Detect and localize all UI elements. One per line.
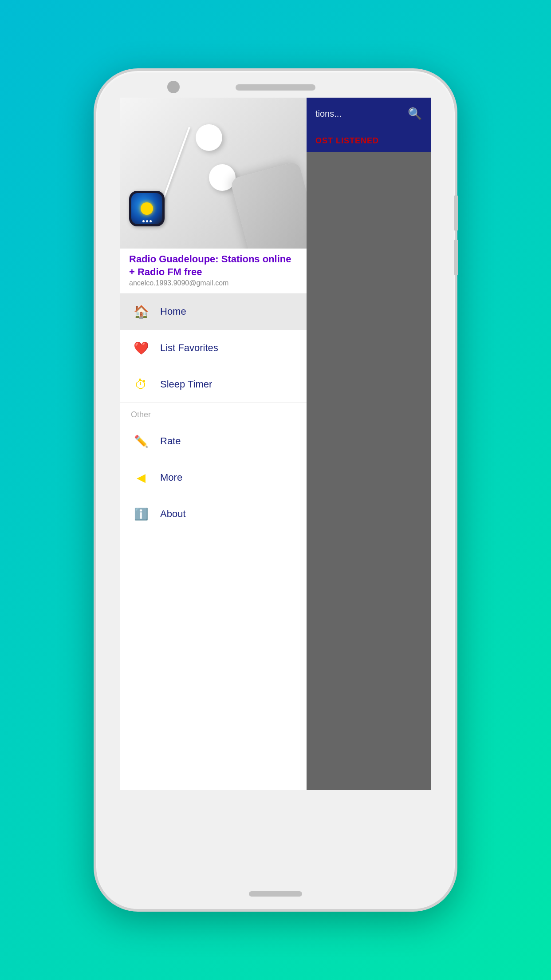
app-info: Radio Guadeloupe: Stations online + Radi… bbox=[120, 249, 307, 293]
main-header: tions... 🔍 bbox=[307, 98, 431, 130]
earphone-bud-1 bbox=[196, 124, 222, 151]
menu-item-list-favorites[interactable]: ❤️ List Favorites bbox=[120, 330, 307, 366]
rate-icon: ✏️ bbox=[131, 431, 151, 451]
menu-label-favorites: List Favorites bbox=[160, 342, 218, 354]
menu-label-rate: Rate bbox=[160, 435, 181, 447]
menu-item-about[interactable]: ℹ️ About bbox=[120, 496, 307, 532]
menu-item-rate[interactable]: ✏️ Rate bbox=[120, 423, 307, 459]
app-icon bbox=[129, 191, 165, 226]
main-header-title: tions... bbox=[315, 109, 342, 119]
menu-item-more[interactable]: ◀ More bbox=[120, 459, 307, 496]
menu-item-home[interactable]: 🏠 Home bbox=[120, 293, 307, 330]
home-indicator[interactable] bbox=[249, 891, 302, 897]
home-icon: 🏠 bbox=[131, 301, 151, 322]
app-icon-dots bbox=[131, 220, 162, 222]
app-icon-sun bbox=[141, 202, 153, 215]
main-content-area bbox=[307, 152, 431, 790]
side-button-bottom[interactable] bbox=[454, 240, 458, 275]
menu-item-sleep-timer[interactable]: ⏱ Sleep Timer bbox=[120, 366, 307, 403]
menu-section: 🏠 Home ❤️ List Favorites ⏱ Sleep Timer O… bbox=[120, 293, 307, 790]
phone-camera bbox=[167, 81, 180, 93]
side-button-top[interactable] bbox=[454, 195, 458, 231]
main-panel: tions... 🔍 OST LISTENED bbox=[307, 98, 431, 790]
phone-screen: Radio Guadeloupe: Stations online + Radi… bbox=[120, 98, 431, 790]
most-listened-label: OST LISTENED bbox=[315, 136, 379, 146]
drawer-header bbox=[120, 98, 307, 249]
menu-label-about: About bbox=[160, 508, 186, 520]
more-icon: ◀ bbox=[131, 467, 151, 488]
app-email: ancelco.1993.9090@gmail.com bbox=[120, 279, 307, 293]
phone-shell: Radio Guadeloupe: Stations online + Radi… bbox=[94, 68, 457, 912]
app-icon-container bbox=[129, 191, 165, 226]
app-icon-inner bbox=[131, 193, 162, 224]
sleep-timer-icon: ⏱ bbox=[131, 374, 151, 395]
search-icon[interactable]: 🔍 bbox=[408, 107, 422, 121]
about-icon: ℹ️ bbox=[131, 504, 151, 524]
main-sub-header: OST LISTENED bbox=[307, 130, 431, 152]
favorites-icon: ❤️ bbox=[131, 338, 151, 358]
menu-label-home: Home bbox=[160, 306, 186, 317]
app-title: Radio Guadeloupe: Stations online + Radi… bbox=[120, 249, 307, 279]
other-section-label: Other bbox=[120, 403, 307, 423]
menu-label-sleep-timer: Sleep Timer bbox=[160, 379, 212, 390]
phone-speaker bbox=[236, 84, 315, 91]
menu-label-more: More bbox=[160, 472, 182, 483]
drawer-panel: Radio Guadeloupe: Stations online + Radi… bbox=[120, 98, 307, 790]
